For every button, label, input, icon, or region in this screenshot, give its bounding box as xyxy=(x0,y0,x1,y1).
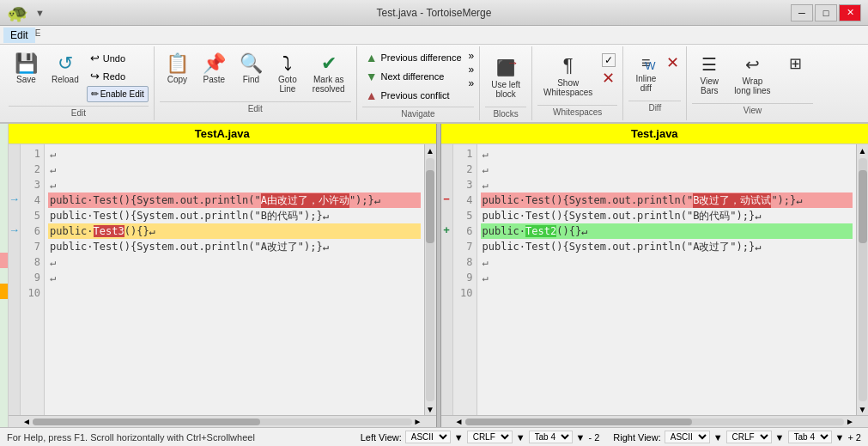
left-vscroll-up[interactable]: ▲ xyxy=(424,144,436,156)
undo-icon: ↩ xyxy=(90,52,100,64)
right-view-section: Right View: ASCII ▼ CRLF ▼ Tab 4 ▼ + 2 xyxy=(613,431,861,443)
redo-button[interactable]: ↪ Redo xyxy=(87,68,149,84)
view-extra-icon: ⊞ xyxy=(789,54,802,73)
right-vscroll-down[interactable]: ▼ xyxy=(857,403,869,415)
inline-diff-button[interactable]: ≡W Inline diff xyxy=(628,50,663,97)
right-line-numbers: 1 2 3 4 5 6 7 8 9 10 xyxy=(453,144,477,415)
ln-left-2: 2 xyxy=(21,162,44,177)
ln-right-1: 1 xyxy=(453,146,476,162)
ln-right-3: 3 xyxy=(453,177,476,192)
minimize-button[interactable]: ─ xyxy=(791,4,813,21)
left-color-bar xyxy=(0,124,9,427)
inline-diff-label: Inline diff xyxy=(635,74,656,93)
left-vscroll[interactable]: ▲ ▼ xyxy=(424,144,436,415)
nav-expand-right3[interactable]: » xyxy=(469,77,475,89)
right-diff-marks: − + xyxy=(441,144,453,415)
ws-check-button[interactable]: ✓ xyxy=(602,53,616,67)
show-ws-label: Show Whitespaces xyxy=(543,78,592,97)
left-hscroll[interactable]: ◄ ► xyxy=(9,415,436,427)
resolve-button[interactable]: ✔ Mark as resolved xyxy=(307,50,351,98)
view-bars-label: View Bars xyxy=(701,76,719,95)
view-bars-button[interactable]: ☰ View Bars xyxy=(692,50,726,100)
diff-x-button[interactable]: ✕ xyxy=(666,53,679,72)
help-text: For Help, press F1. Scroll horizontally … xyxy=(7,432,255,443)
left-line-2: ↵ xyxy=(48,162,421,177)
quick-access-icon: ▼ xyxy=(32,8,45,18)
copy-button[interactable]: 📋 Copy xyxy=(160,50,195,89)
ribbon-group-diff: ≡W Inline diff ✕ Diff xyxy=(623,46,687,120)
show-ws-icon: ¶ xyxy=(563,54,574,76)
ws-x-button[interactable]: ✕ xyxy=(602,69,616,88)
nav-expand-right[interactable]: » xyxy=(469,50,475,62)
ws-options: ✓ ✕ xyxy=(600,50,617,91)
goto-button[interactable]: ⤵ Goto Line xyxy=(270,50,305,98)
right-encoding-select[interactable]: ASCII xyxy=(665,431,710,443)
ln-right-5: 5 xyxy=(453,208,476,223)
close-button[interactable]: ✕ xyxy=(839,4,861,21)
undo-button[interactable]: ↩ Undo xyxy=(87,50,149,66)
ln-left-9: 9 xyxy=(21,270,44,285)
left-hscroll-thumb[interactable] xyxy=(33,419,260,425)
left-hscroll-right[interactable]: ► xyxy=(412,416,424,428)
left-tab-select[interactable]: Tab 4 xyxy=(529,431,573,443)
use-left-block-icon: ⬛→ xyxy=(496,54,515,78)
next-diff-button[interactable]: ▼ Next difference xyxy=(362,67,465,86)
wrap-lines-button[interactable]: ↩ Wrap long lines xyxy=(728,50,776,100)
save-button[interactable]: 💾 Save xyxy=(9,50,44,89)
reload-button[interactable]: ↺ Reload xyxy=(46,50,85,89)
find-label: Find xyxy=(243,75,259,84)
save-label: Save xyxy=(16,75,36,84)
nav-expand-right2[interactable]: » xyxy=(469,64,475,76)
right-panel-title: Test.java xyxy=(631,127,678,140)
edit-group-label: Edit xyxy=(9,106,149,118)
left-vscroll-down[interactable]: ▼ xyxy=(424,403,436,415)
prev-diff-button[interactable]: ▲ Previous difference xyxy=(362,48,465,67)
prev-conflict-button[interactable]: ▲ Previous conflict xyxy=(362,86,465,105)
right-editor-body: − + 1 2 3 4 5 6 7 8 9 10 xyxy=(441,144,869,415)
redo-label: Redo xyxy=(103,71,125,82)
left-vscroll-thumb[interactable] xyxy=(426,170,434,243)
find-button[interactable]: 🔍 Find xyxy=(234,50,269,89)
left-hscroll-left[interactable]: ◄ xyxy=(21,416,33,428)
undo-redo-group: ↩ Undo ↪ Redo ✏ Enable Edit xyxy=(87,50,149,102)
enable-edit-label: Enable Edit xyxy=(100,89,144,99)
right-hscroll-thumb[interactable] xyxy=(465,419,693,425)
left-panel-header: TestA.java xyxy=(9,124,436,144)
enable-edit-button[interactable]: ✏ Enable Edit xyxy=(87,86,149,102)
left-code-area[interactable]: ↵ ↵ ↵ public·Test(){System.out.println("… xyxy=(45,144,424,415)
mark-empty-7 xyxy=(9,237,20,253)
right-hscroll[interactable]: ◄ ► xyxy=(441,415,869,427)
left-editor-panel: TestA.java → → 1 2 3 4 xyxy=(9,124,436,427)
resolve-label: Mark as resolved xyxy=(313,75,345,94)
right-vscroll-up[interactable]: ▲ xyxy=(857,144,869,156)
save-icon: 💾 xyxy=(15,54,38,73)
right-line-3: ↵ xyxy=(481,177,853,192)
right-vscroll[interactable]: ▲ ▼ xyxy=(856,144,868,415)
right-vscroll-thumb[interactable] xyxy=(859,170,867,243)
mark-arrow-left-4: → xyxy=(9,191,20,206)
left-lineending-select[interactable]: CRLF xyxy=(467,431,513,443)
right-lineending-select[interactable]: CRLF xyxy=(726,431,772,443)
paste-button[interactable]: 📌 Paste xyxy=(197,50,232,89)
mark-empty-1 xyxy=(9,144,20,160)
right-hscroll-left[interactable]: ◄ xyxy=(453,416,465,428)
menu-edit[interactable]: Edit xyxy=(3,27,35,43)
left-encoding-select[interactable]: ASCII xyxy=(405,431,451,443)
right-panel-header: Test.java xyxy=(441,124,869,144)
use-left-block-button[interactable]: ⬛→ Use left block xyxy=(485,50,526,103)
blocks-buttons: ⬛→ Use left block xyxy=(485,48,526,105)
view-extra-button[interactable]: ⊞ xyxy=(779,50,813,77)
ln-right-2: 2 xyxy=(453,162,476,177)
ln-left-4: 4 xyxy=(21,192,44,208)
right-tab-select[interactable]: Tab 4 xyxy=(788,431,832,443)
maximize-button[interactable]: □ xyxy=(815,4,837,21)
right-hscroll-right[interactable]: ► xyxy=(844,416,856,428)
ln-right-8: 8 xyxy=(453,254,476,270)
undo-label: Undo xyxy=(103,53,125,64)
ln-right-9: 9 xyxy=(453,270,476,285)
right-code-area[interactable]: ↵ ↵ ↵ public·Test(){System.out.println("… xyxy=(477,144,857,415)
show-whitespaces-button[interactable]: ¶ Show Whitespaces xyxy=(537,50,598,101)
menu-edit-underline-indicator: E xyxy=(35,28,41,38)
ribbon-group-blocks: ⬛→ Use left block Blocks xyxy=(480,46,532,120)
left-line-7: public·Test(){System.out.println("A改过了")… xyxy=(48,239,421,254)
